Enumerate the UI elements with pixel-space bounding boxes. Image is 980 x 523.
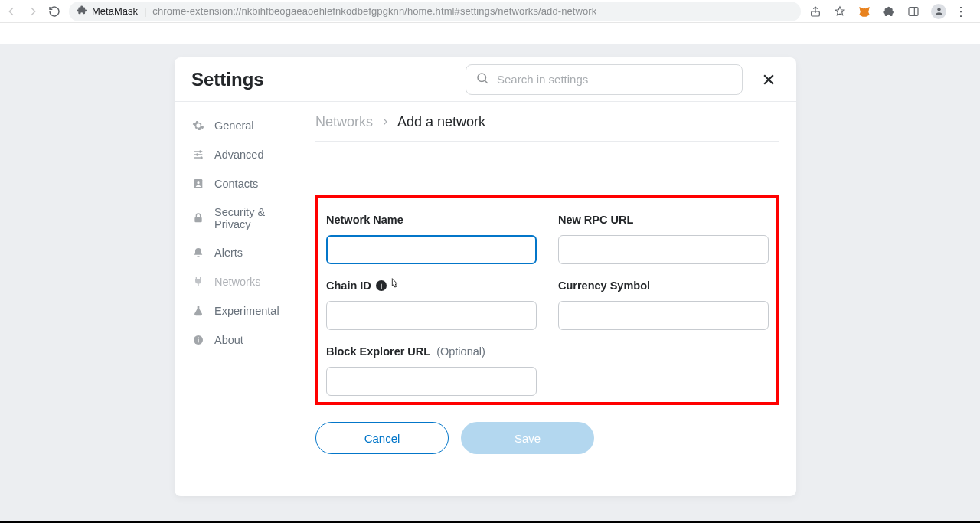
address-bar[interactable]: MetaMask | chrome-extension://nkbihfbeog… bbox=[69, 2, 801, 21]
sidebar-item-label: Contacts bbox=[214, 178, 258, 190]
share-icon[interactable] bbox=[808, 5, 822, 18]
search-input[interactable] bbox=[497, 73, 733, 86]
svg-point-4 bbox=[200, 151, 201, 152]
sliders-icon bbox=[191, 148, 205, 162]
sidebar-item-contacts[interactable]: Contacts bbox=[175, 169, 299, 198]
form-highlight-box: Network Name New RPC URL Chain ID i bbox=[315, 195, 779, 405]
bell-icon bbox=[191, 246, 205, 260]
profile-avatar-icon[interactable] bbox=[931, 4, 946, 19]
sidebar-item-label: Security & Privacy bbox=[214, 206, 291, 230]
breadcrumb-leaf: Add a network bbox=[397, 114, 485, 130]
lock-icon bbox=[191, 211, 205, 225]
sidebar-item-label: About bbox=[214, 334, 243, 346]
info-tooltip-icon[interactable]: i bbox=[376, 280, 387, 291]
sidebar-item-networks[interactable]: Networks bbox=[175, 267, 299, 296]
save-button: Save bbox=[461, 422, 594, 454]
extension-icon bbox=[77, 5, 87, 18]
settings-search[interactable] bbox=[466, 64, 743, 95]
svg-point-2 bbox=[937, 8, 940, 11]
sidebar-item-label: Experimental bbox=[214, 305, 279, 317]
gear-icon bbox=[191, 119, 205, 132]
search-icon bbox=[475, 71, 489, 88]
sidebar-item-experimental[interactable]: Experimental bbox=[175, 296, 299, 325]
chevron-right-icon bbox=[381, 114, 390, 130]
sidebar-item-general[interactable]: General bbox=[175, 111, 299, 140]
cancel-button[interactable]: Cancel bbox=[315, 422, 449, 454]
svg-point-6 bbox=[201, 157, 202, 159]
contacts-icon bbox=[191, 177, 205, 191]
sidebar-item-alerts[interactable]: Alerts bbox=[175, 238, 299, 267]
address-app-name: MetaMask bbox=[92, 5, 138, 17]
breadcrumb: Networks Add a network bbox=[315, 114, 779, 142]
panel-header: Settings bbox=[175, 57, 796, 102]
network-name-input[interactable] bbox=[326, 235, 537, 264]
page-viewport: Settings General Advanced bbox=[0, 23, 980, 523]
sidebar-item-label: Advanced bbox=[214, 149, 264, 161]
block-explorer-optional: (Optional) bbox=[436, 345, 485, 358]
back-icon[interactable] bbox=[5, 5, 18, 18]
svg-point-5 bbox=[197, 154, 198, 155]
sidebar-item-advanced[interactable]: Advanced bbox=[175, 140, 299, 169]
metamask-icon[interactable] bbox=[858, 5, 871, 18]
kebab-menu-icon[interactable]: … bbox=[957, 5, 971, 18]
currency-symbol-input[interactable] bbox=[558, 301, 769, 330]
settings-panel: Settings General Advanced bbox=[175, 57, 796, 496]
breadcrumb-root[interactable]: Networks bbox=[315, 114, 373, 130]
settings-main: Networks Add a network Network Name New … bbox=[299, 102, 796, 496]
form-buttons: Cancel Save bbox=[315, 422, 779, 454]
block-explorer-label: Block Explorer URL bbox=[326, 345, 430, 358]
reload-icon[interactable] bbox=[47, 5, 61, 18]
settings-sidebar: General Advanced Contacts Security & Pri… bbox=[175, 102, 299, 496]
svg-point-12 bbox=[198, 337, 199, 338]
page-title: Settings bbox=[191, 69, 264, 90]
info-icon bbox=[191, 333, 205, 347]
forward-icon[interactable] bbox=[26, 5, 40, 18]
side-panel-icon[interactable] bbox=[906, 5, 920, 18]
field-block-explorer: Block Explorer URL (Optional) bbox=[326, 345, 537, 396]
rpc-url-label: New RPC URL bbox=[558, 214, 769, 226]
flask-icon bbox=[191, 304, 205, 318]
network-name-label: Network Name bbox=[326, 214, 537, 226]
close-button[interactable] bbox=[758, 69, 779, 90]
address-separator: | bbox=[144, 5, 146, 17]
svg-rect-11 bbox=[198, 339, 198, 343]
chain-id-label: Chain ID bbox=[326, 279, 371, 292]
toolbar-right-icons: … bbox=[808, 4, 975, 19]
svg-rect-1 bbox=[909, 7, 918, 15]
sidebar-item-label: General bbox=[214, 119, 254, 132]
plug-icon bbox=[191, 275, 205, 289]
svg-point-3 bbox=[478, 74, 486, 82]
extensions-icon[interactable] bbox=[882, 5, 896, 18]
svg-rect-9 bbox=[194, 217, 201, 223]
field-network-name: Network Name bbox=[326, 214, 537, 264]
block-explorer-input[interactable] bbox=[326, 367, 537, 396]
field-rpc-url: New RPC URL bbox=[558, 214, 769, 264]
chain-id-input[interactable] bbox=[326, 301, 537, 330]
field-chain-id: Chain ID i bbox=[326, 279, 537, 330]
currency-symbol-label: Currency Symbol bbox=[558, 279, 769, 292]
browser-toolbar: MetaMask | chrome-extension://nkbihfbeog… bbox=[0, 0, 980, 23]
sidebar-item-about[interactable]: About bbox=[175, 325, 299, 355]
field-currency-symbol: Currency Symbol bbox=[558, 279, 769, 330]
sidebar-item-security[interactable]: Security & Privacy bbox=[175, 198, 299, 238]
address-url: chrome-extension://nkbihfbeogaeaoehlefnk… bbox=[152, 5, 596, 17]
svg-point-8 bbox=[197, 181, 199, 184]
rpc-url-input[interactable] bbox=[558, 235, 769, 264]
sidebar-item-label: Networks bbox=[214, 276, 260, 288]
sidebar-item-label: Alerts bbox=[214, 247, 243, 259]
star-icon[interactable] bbox=[833, 5, 847, 18]
